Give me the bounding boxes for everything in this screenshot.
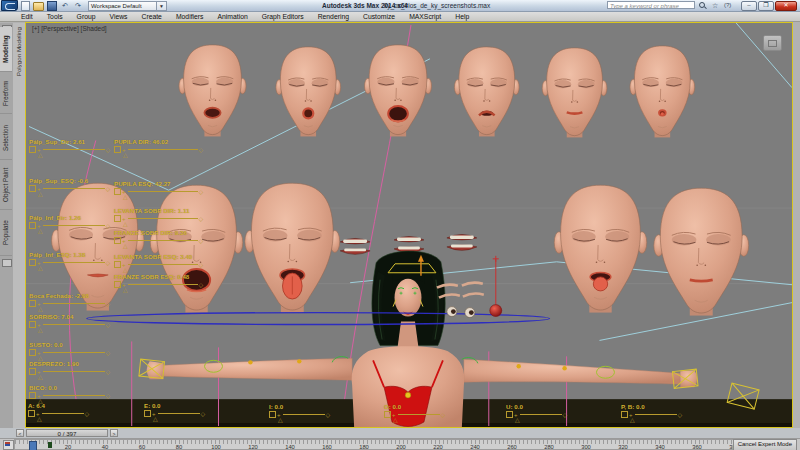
- slider-track[interactable]: [128, 191, 198, 192]
- morph-slider-a[interactable]: A: 6.4+◇△: [28, 402, 89, 422]
- slider-handle-icon[interactable]: ◇: [199, 262, 204, 268]
- set-key-icon[interactable]: [29, 259, 36, 266]
- ribbon-tab-object-paint[interactable]: Object Paint: [0, 161, 12, 210]
- slider-track[interactable]: [158, 413, 200, 414]
- slider-handle-icon[interactable]: ◇: [326, 412, 331, 418]
- menu-item-graph-editors[interactable]: Graph Editors: [255, 12, 311, 22]
- menu-item-help[interactable]: Help: [448, 12, 476, 22]
- menu-item-rendering[interactable]: Rendering: [311, 12, 356, 22]
- set-key-icon[interactable]: [114, 188, 121, 195]
- slider-handle-icon[interactable]: ◇: [201, 411, 206, 417]
- set-key-icon[interactable]: [29, 368, 36, 375]
- slider-handle-icon[interactable]: ◇: [678, 412, 683, 418]
- set-key-icon[interactable]: [29, 349, 36, 356]
- search-icon[interactable]: [699, 2, 705, 8]
- set-key-icon[interactable]: [29, 185, 36, 192]
- set-key-icon[interactable]: [29, 146, 36, 153]
- morph-slider-levanta-sobr-dir[interactable]: LEVANTA SOBR DIR: 1.11+◇△: [114, 207, 203, 227]
- slider-track[interactable]: [283, 414, 325, 415]
- frame-ruler[interactable]: 2040608010012014016018020022024026028030…: [14, 439, 750, 450]
- set-key-icon[interactable]: [114, 215, 121, 222]
- open-file-icon[interactable]: [33, 2, 44, 11]
- infocenter-search-input[interactable]: Type a keyword or phrase: [607, 1, 695, 9]
- slider-track[interactable]: [43, 303, 105, 304]
- next-frame-button[interactable]: >: [110, 429, 118, 437]
- slider-track[interactable]: [128, 218, 198, 219]
- favorites-star-icon[interactable]: ☆: [712, 1, 718, 10]
- set-key-icon[interactable]: [144, 410, 151, 417]
- slider-handle-icon[interactable]: ◇: [199, 147, 204, 153]
- ribbon-tab-selection[interactable]: Selection: [0, 117, 12, 160]
- slider-handle-icon[interactable]: ◇: [106, 260, 111, 266]
- slider-handle-icon[interactable]: ◇: [199, 189, 204, 195]
- menu-item-customize[interactable]: Customize: [356, 12, 402, 22]
- slider-track[interactable]: [43, 395, 105, 396]
- morph-slider-e[interactable]: E: 0.0+◇△: [144, 402, 205, 422]
- menu-item-tools[interactable]: Tools: [40, 12, 70, 22]
- slider-handle-icon[interactable]: ◇: [85, 411, 90, 417]
- morph-slider-p-lp-inf-dir[interactable]: Pálp_Inf_Dir: 1.26+◇△: [29, 214, 110, 234]
- slider-track[interactable]: [128, 149, 198, 150]
- slider-track[interactable]: [128, 284, 198, 285]
- set-key-icon[interactable]: [621, 411, 628, 418]
- max-logo-icon[interactable]: [1, 0, 18, 11]
- morph-slider-franze-sobr-dir[interactable]: FRANZE SOBR DIR: 9.36+◇△: [114, 229, 203, 249]
- morph-slider-i[interactable]: I: 0.0+◇△: [269, 403, 330, 423]
- slider-track[interactable]: [42, 413, 84, 414]
- redo-icon[interactable]: ↷: [73, 2, 83, 10]
- slider-handle-icon[interactable]: ◇: [199, 282, 204, 288]
- ribbon-tab-populate[interactable]: Populate: [0, 211, 12, 256]
- save-file-icon[interactable]: [47, 1, 57, 11]
- workspace-caret-icon[interactable]: ▼: [156, 1, 167, 11]
- slider-track[interactable]: [635, 414, 677, 415]
- slider-handle-icon[interactable]: ◇: [106, 186, 111, 192]
- restore-button[interactable]: ❐: [758, 1, 774, 11]
- perspective-viewport[interactable]: [+] [Perspective] [Shaded] Pálp_Sup_Dir:…: [25, 22, 793, 428]
- track-bar-mini-icon[interactable]: [3, 440, 14, 450]
- slider-handle-icon[interactable]: ◇: [106, 147, 111, 153]
- set-key-icon[interactable]: [28, 410, 35, 417]
- set-key-icon[interactable]: [114, 281, 121, 288]
- set-key-icon[interactable]: [29, 300, 36, 307]
- morph-slider-pupila-dir[interactable]: PUPILA DIR: 46.02+◇△: [114, 138, 203, 158]
- ribbon-tab-modeling[interactable]: Modeling: [0, 27, 12, 72]
- slider-track[interactable]: [398, 414, 440, 415]
- set-key-icon[interactable]: [29, 321, 36, 328]
- slider-handle-icon[interactable]: ◇: [106, 393, 111, 399]
- viewcube[interactable]: [763, 35, 782, 51]
- morph-slider-sorriso[interactable]: SORRISO: 7.04+◇△: [29, 313, 110, 333]
- minimize-button[interactable]: –: [741, 1, 757, 11]
- slider-track[interactable]: [43, 225, 105, 226]
- morph-slider-pupila-esq[interactable]: PUPILA ESQ: 42.27+◇△: [114, 180, 203, 200]
- ribbon-overflow-icon[interactable]: [2, 259, 12, 267]
- workspace-dropdown[interactable]: Workspace Default: [88, 1, 158, 11]
- slider-track[interactable]: [43, 352, 105, 353]
- morph-slider-p-lp-sup-esq[interactable]: Pálp_Sup_ESQ: -0.6+◇△: [29, 177, 110, 197]
- morph-slider-p-lp-sup-dir[interactable]: Pálp_Sup_Dir: 2.61+◇△: [29, 138, 110, 158]
- viewport-label[interactable]: [+] [Perspective] [Shaded]: [32, 25, 107, 32]
- menu-item-views[interactable]: Views: [102, 12, 134, 22]
- slider-handle-icon[interactable]: ◇: [199, 238, 204, 244]
- slider-handle-icon[interactable]: ◇: [441, 412, 446, 418]
- slider-handle-icon[interactable]: ◇: [106, 223, 111, 229]
- ribbon-tab-freeform[interactable]: Freeform: [0, 73, 12, 114]
- menu-item-group[interactable]: Group: [70, 12, 103, 22]
- menu-item-modifiers[interactable]: Modifiers: [169, 12, 211, 22]
- undo-icon[interactable]: ↶: [60, 2, 70, 10]
- menu-item-maxscript[interactable]: MAXScript: [402, 12, 448, 22]
- slider-track[interactable]: [43, 188, 105, 189]
- morph-slider-susto[interactable]: SUSTO: 0.0+◇△: [29, 341, 110, 361]
- close-button[interactable]: ✕: [775, 1, 797, 11]
- new-file-icon[interactable]: [21, 1, 30, 11]
- morph-slider-o[interactable]: O: 0.0+◇△: [384, 403, 445, 423]
- set-key-icon[interactable]: [269, 411, 276, 418]
- slider-handle-icon[interactable]: ◇: [106, 301, 111, 307]
- set-key-icon[interactable]: [29, 222, 36, 229]
- set-key-icon[interactable]: [384, 411, 391, 418]
- morph-slider-desprezo[interactable]: DESPREZO: 1.90+◇△: [29, 360, 110, 380]
- slider-track[interactable]: [43, 371, 105, 372]
- slider-track[interactable]: [43, 262, 105, 263]
- slider-handle-icon[interactable]: ◇: [106, 322, 111, 328]
- morph-slider-boca-fechada[interactable]: Boca Fechada: -2.98+◇△: [29, 292, 110, 312]
- slider-track[interactable]: [128, 240, 198, 241]
